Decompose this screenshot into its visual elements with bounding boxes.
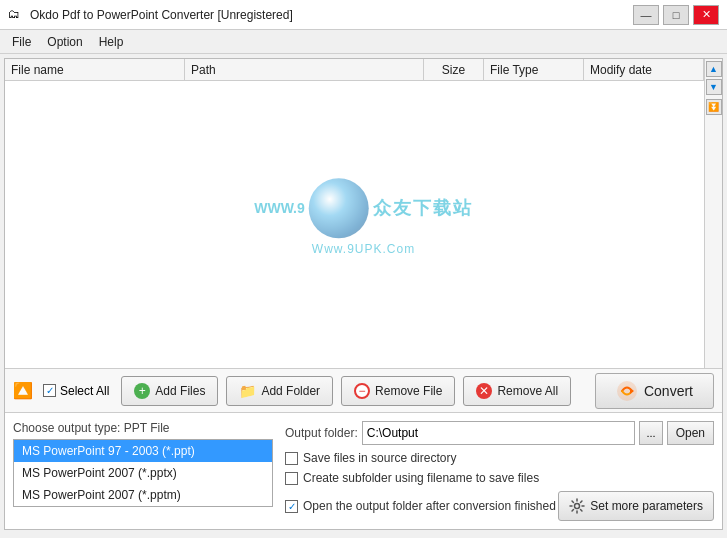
col-header-filename: File name xyxy=(5,59,185,80)
option-checkbox-1[interactable] xyxy=(285,452,298,465)
option-row-1: Save files in source directory xyxy=(285,451,714,465)
title-bar: 🗂 Okdo Pdf to PowerPoint Converter [Unre… xyxy=(0,0,727,30)
remove-all-icon: ✕ xyxy=(476,383,492,399)
remove-all-button[interactable]: ✕ Remove All xyxy=(463,376,571,406)
remove-file-label: Remove File xyxy=(375,384,442,398)
menu-file[interactable]: File xyxy=(4,33,39,51)
window-title: Okdo Pdf to PowerPoint Converter [Unregi… xyxy=(30,8,293,22)
watermark: WWW.9 众友下载站 Www.9UPK.Com xyxy=(254,178,473,256)
menu-option[interactable]: Option xyxy=(39,33,90,51)
folder-row: Output folder: ... Open xyxy=(285,421,714,445)
file-table-container: File name Path Size File Type Modify dat… xyxy=(5,59,722,369)
watermark-text-en: Www.9UPK.Com xyxy=(312,242,415,256)
file-table-header: File name Path Size File Type Modify dat… xyxy=(5,59,722,81)
output-option-pptm[interactable]: MS PowerPoint 2007 (*.pptm) xyxy=(14,484,272,506)
scroll-bottom-button[interactable]: ⏬ xyxy=(706,99,722,115)
col-header-size: Size xyxy=(424,59,484,80)
maximize-button[interactable]: □ xyxy=(663,5,689,25)
bottom-panel: Choose output type: PPT File MS PowerPoi… xyxy=(5,413,722,529)
select-all-checkbox[interactable] xyxy=(43,384,56,397)
col-header-path: Path xyxy=(185,59,424,80)
output-folder-input[interactable] xyxy=(362,421,636,445)
svg-point-2 xyxy=(575,504,580,509)
minimize-button[interactable]: — xyxy=(633,5,659,25)
browse-button[interactable]: ... xyxy=(639,421,662,445)
remove-file-button[interactable]: − Remove File xyxy=(341,376,455,406)
scroll-down-button[interactable]: ▼ xyxy=(706,79,722,95)
select-all-area: Select All xyxy=(43,384,109,398)
output-option-pptx[interactable]: MS PowerPoint 2007 (*.pptx) xyxy=(14,462,272,484)
output-folder-panel: Output folder: ... Open Save files in so… xyxy=(285,421,714,521)
more-params-button[interactable]: Set more parameters xyxy=(558,491,714,521)
menu-help[interactable]: Help xyxy=(91,33,132,51)
scroll-up-button[interactable]: ▲ xyxy=(706,61,722,77)
toolbar: 🔼 Select All + Add Files 📁 Add Folder − … xyxy=(5,369,722,413)
more-params-label: Set more parameters xyxy=(590,499,703,513)
close-button[interactable]: ✕ xyxy=(693,5,719,25)
option-checkbox-3[interactable] xyxy=(285,500,298,513)
gear-icon xyxy=(569,498,585,514)
convert-label: Convert xyxy=(644,383,693,399)
window-controls: — □ ✕ xyxy=(633,5,719,25)
add-folder-label: Add Folder xyxy=(261,384,320,398)
add-files-label: Add Files xyxy=(155,384,205,398)
output-folder-label: Output folder: xyxy=(285,426,358,440)
app-icon: 🗂 xyxy=(8,7,24,23)
option-row-2: Create subfolder using filename to save … xyxy=(285,471,714,485)
output-type-list: MS PowerPoint 97 - 2003 (*.ppt) MS Power… xyxy=(13,439,273,507)
up-arrow-icon: 🔼 xyxy=(13,381,33,400)
add-folder-icon: 📁 xyxy=(239,383,256,399)
output-type-panel: Choose output type: PPT File MS PowerPoi… xyxy=(13,421,273,521)
watermark-text-cn: 众友下载站 xyxy=(373,196,473,220)
col-header-moddate: Modify date xyxy=(584,59,704,80)
menu-bar: File Option Help xyxy=(0,30,727,54)
remove-file-icon: − xyxy=(354,383,370,399)
convert-icon xyxy=(616,380,638,402)
remove-all-label: Remove All xyxy=(497,384,558,398)
add-files-icon: + xyxy=(134,383,150,399)
option-checkbox-2[interactable] xyxy=(285,472,298,485)
output-option-ppt97[interactable]: MS PowerPoint 97 - 2003 (*.ppt) xyxy=(14,440,272,462)
main-window: File name Path Size File Type Modify dat… xyxy=(4,58,723,530)
output-type-label: Choose output type: PPT File xyxy=(13,421,273,435)
open-folder-button[interactable]: Open xyxy=(667,421,714,445)
file-table-body: WWW.9 众友下载站 Www.9UPK.Com xyxy=(5,81,722,368)
option-row-3: Open the output folder after conversion … xyxy=(285,499,556,513)
scroll-side: ▲ ▼ ⏬ xyxy=(704,59,722,368)
add-folder-button[interactable]: 📁 Add Folder xyxy=(226,376,333,406)
option-label-2: Create subfolder using filename to save … xyxy=(303,471,539,485)
select-all-label: Select All xyxy=(60,384,109,398)
convert-button[interactable]: Convert xyxy=(595,373,714,409)
col-header-filetype: File Type xyxy=(484,59,584,80)
add-files-button[interactable]: + Add Files xyxy=(121,376,218,406)
option-label-3: Open the output folder after conversion … xyxy=(303,499,556,513)
option-label-1: Save files in source directory xyxy=(303,451,456,465)
